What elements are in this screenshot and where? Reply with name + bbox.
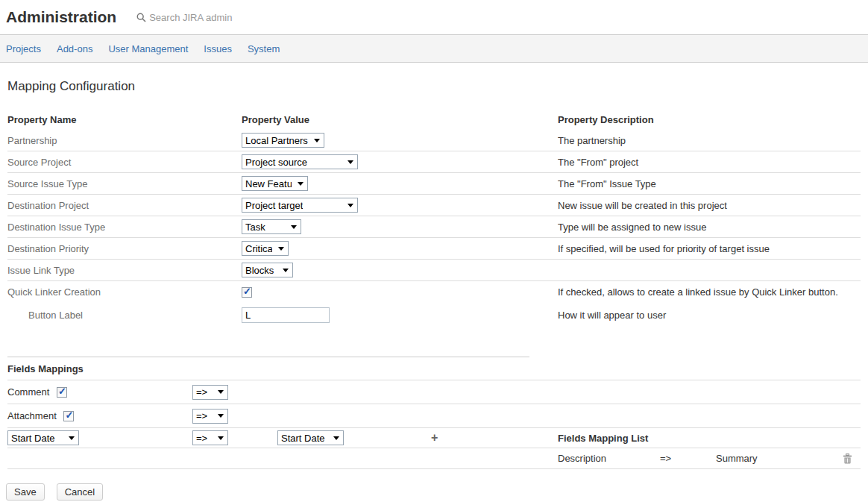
- chevron-down-icon: [314, 139, 320, 142]
- table-row: Quick Linker Creation If checked, allows…: [7, 281, 861, 303]
- mapping-operator: =>: [660, 453, 716, 464]
- field-mapping-row: Attachment =>: [7, 404, 861, 428]
- property-name-label: Source Project: [7, 157, 242, 168]
- property-name-label: Destination Priority: [7, 243, 242, 254]
- admin-nav: Projects Add-ons User Management Issues …: [0, 35, 868, 63]
- mapping-source-field: Description: [558, 453, 660, 464]
- property-description: The "From" project: [558, 157, 861, 168]
- col-header-property-description: Property Description: [558, 114, 861, 125]
- chevron-down-icon: [283, 269, 289, 272]
- mapping-target-field: Summary: [716, 453, 843, 464]
- comment-operator-select[interactable]: =>: [192, 385, 228, 400]
- nav-item-addons[interactable]: Add-ons: [57, 43, 92, 54]
- search-icon: [136, 13, 146, 22]
- button-label-input[interactable]: [242, 307, 330, 323]
- property-name-label: Destination Project: [7, 200, 242, 211]
- save-button[interactable]: Save: [6, 483, 45, 501]
- property-description: If specified, will be used for priority …: [558, 243, 861, 254]
- delete-mapping-button[interactable]: [843, 454, 852, 464]
- fields-mappings-header: Fields Mappings: [7, 357, 861, 380]
- cancel-button[interactable]: Cancel: [57, 483, 103, 501]
- mapping-source-select[interactable]: Start Date: [7, 430, 79, 445]
- property-description: The "From" Issue Type: [558, 178, 861, 189]
- property-description: New issue will be created in this projec…: [558, 200, 861, 211]
- main-content: Mapping Configuration Property Name Prop…: [0, 79, 868, 469]
- chevron-down-icon: [218, 390, 224, 394]
- chevron-down-icon: [291, 225, 297, 229]
- property-name-label: Source Issue Type: [7, 178, 242, 189]
- chevron-down-icon: [278, 247, 284, 251]
- property-name-label: Button Label: [7, 310, 242, 321]
- table-row: Source Issue Type New Feature The "From"…: [7, 173, 861, 195]
- property-description: If checked, allows to create a linked is…: [558, 286, 861, 298]
- table-row: Issue Link Type Blocks: [7, 260, 861, 281]
- mapping-operator-select[interactable]: =>: [192, 430, 228, 445]
- app-header: Administration: [0, 0, 868, 35]
- search-input[interactable]: [149, 12, 268, 23]
- chevron-down-icon: [218, 414, 224, 418]
- trash-icon: [843, 454, 852, 464]
- table-row: Source Project Project source The "From"…: [7, 151, 861, 173]
- field-label: Attachment: [7, 410, 57, 421]
- destination-priority-select[interactable]: Critical: [242, 241, 289, 256]
- nav-item-user-management[interactable]: User Management: [108, 43, 188, 54]
- property-description: How it will appear to user: [558, 310, 861, 321]
- property-name-label: Destination Issue Type: [7, 222, 242, 233]
- field-mapping-row: Comment =>: [7, 380, 861, 404]
- new-mapping-row: Start Date => Start Date + Fields Mappin…: [7, 428, 861, 448]
- add-mapping-button[interactable]: +: [431, 432, 438, 444]
- mapping-target-select[interactable]: Start Date: [277, 430, 344, 445]
- fields-mappings-title: Fields Mappings: [7, 363, 84, 374]
- attachment-operator-select[interactable]: =>: [192, 409, 228, 424]
- property-description: Type will be assigned to new issue: [558, 222, 861, 233]
- property-name-label: Issue Link Type: [7, 265, 242, 276]
- partnership-select[interactable]: Local Partnership: [242, 133, 324, 148]
- fields-mapping-list-title: Fields Mapping List: [558, 433, 648, 444]
- chevron-down-icon: [347, 160, 353, 164]
- chevron-down-icon: [298, 182, 304, 186]
- mapping-list-row: Description => Summary: [7, 448, 861, 469]
- table-row: Destination Priority Critical If specifi…: [7, 238, 861, 260]
- table-row: Button Label How it will appear to user: [7, 303, 861, 327]
- page-title: Mapping Configuration: [7, 79, 861, 94]
- attachment-checkbox[interactable]: [63, 411, 74, 421]
- property-description: The partnership: [558, 135, 861, 146]
- comment-checkbox[interactable]: [57, 387, 67, 398]
- chevron-down-icon: [218, 436, 224, 440]
- page-app-title: Administration: [6, 8, 116, 26]
- source-issue-type-select[interactable]: New Feature: [242, 176, 308, 191]
- table-row: Destination Issue Type Task Type will be…: [7, 216, 861, 238]
- issue-link-type-select[interactable]: Blocks: [242, 263, 293, 277]
- quick-linker-creation-checkbox[interactable]: [242, 287, 252, 298]
- chevron-down-icon: [347, 204, 353, 207]
- admin-search[interactable]: [136, 12, 268, 23]
- chevron-down-icon: [333, 436, 339, 440]
- chevron-down-icon: [69, 436, 75, 440]
- field-label: Comment: [7, 386, 49, 398]
- nav-item-issues[interactable]: Issues: [204, 43, 232, 54]
- source-project-select[interactable]: Project source: [242, 154, 358, 169]
- col-header-property-name: Property Name: [7, 114, 242, 125]
- table-row: Partnership Local Partnership The partne…: [7, 130, 861, 151]
- nav-item-system[interactable]: System: [248, 43, 280, 54]
- destination-project-select[interactable]: Project target: [242, 198, 358, 213]
- table-row: Destination Project Project target New i…: [7, 195, 861, 216]
- nav-item-projects[interactable]: Projects: [6, 43, 41, 54]
- properties-table-header: Property Name Property Value Property De…: [7, 109, 861, 130]
- col-header-property-value: Property Value: [242, 114, 558, 125]
- property-name-label: Partnership: [7, 135, 242, 146]
- form-actions: Save Cancel: [6, 483, 868, 501]
- destination-issue-type-select[interactable]: Task: [242, 219, 301, 234]
- property-name-label: Quick Linker Creation: [7, 286, 242, 298]
